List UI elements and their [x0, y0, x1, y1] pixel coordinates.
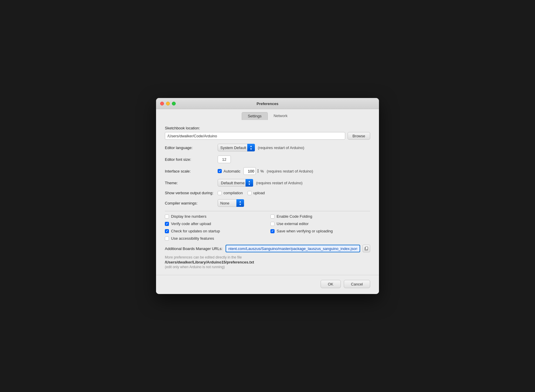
upload-label: upload — [253, 191, 265, 195]
use-accessibility-checkbox[interactable] — [165, 236, 169, 241]
percent-symbol: % — [260, 169, 264, 173]
theme-row: Theme: Default theme ▲▼ (requires restar… — [165, 179, 370, 187]
check-for-updates-item: Check for updates on startup — [165, 229, 265, 233]
svg-rect-1 — [365, 247, 368, 249]
sketchbook-section: Sketchbook location: Browse — [165, 126, 370, 140]
compilation-checkbox[interactable] — [218, 191, 222, 195]
minimize-button[interactable] — [166, 102, 170, 105]
editor-font-size-label: Editor font size: — [165, 157, 218, 162]
percent-input[interactable] — [243, 167, 256, 175]
compilation-wrapper: compilation — [218, 191, 243, 195]
editor-language-row: Editor language: System Default ▲▼ (requ… — [165, 144, 370, 151]
browse-button[interactable]: Browse — [348, 132, 370, 140]
tab-network[interactable]: Network — [268, 112, 294, 120]
editor-language-note: (requires restart of Arduino) — [258, 146, 304, 150]
additional-boards-row: Additional Boards Manager URLs: — [165, 245, 370, 252]
display-line-numbers-item: Display line numbers — [165, 214, 265, 219]
copy-icon — [364, 246, 368, 251]
use-external-editor-checkbox[interactable] — [270, 222, 275, 226]
editor-font-size-row: Editor font size: — [165, 156, 370, 163]
button-row: OK Cancel — [156, 275, 379, 294]
editor-language-select[interactable]: System Default — [218, 144, 255, 151]
check-for-updates-label: Check for updates on startup — [171, 229, 220, 233]
verify-code-after-upload-checkbox[interactable] — [165, 222, 169, 226]
checkboxes-grid: Display line numbers Enable Code Folding… — [165, 214, 370, 241]
automatic-checkbox[interactable] — [218, 169, 222, 173]
upload-checkbox[interactable] — [248, 191, 252, 195]
theme-note: (requires restart of Arduino) — [256, 181, 302, 185]
use-external-editor-item: Use external editor — [270, 222, 370, 226]
verbose-output-row: Show verbose output during: compilation … — [165, 191, 370, 195]
automatic-label: Automatic — [224, 169, 241, 173]
interface-scale-label: Interface scale: — [165, 169, 218, 173]
compilation-label: compilation — [224, 191, 243, 195]
stepper-arrows-icon[interactable]: ▲▼ — [257, 169, 259, 173]
title-bar: Preferences — [156, 98, 379, 109]
compiler-warnings-row: Compiler warnings: None ▲▼ — [165, 199, 370, 207]
maximize-button[interactable] — [172, 102, 176, 105]
save-when-verifying-label: Save when verifying or uploading — [277, 229, 333, 233]
interface-scale-note: (requires restart of Arduino) — [267, 169, 313, 173]
pref-file-path: /Users/dwalker/Library/Arduino15/prefere… — [165, 260, 370, 264]
percent-stepper: ▲▼ % — [243, 167, 264, 175]
verbose-output-label: Show verbose output during: — [165, 191, 218, 195]
save-when-verifying-item: Save when verifying or uploading — [270, 229, 370, 233]
enable-code-folding-item: Enable Code Folding — [270, 214, 370, 219]
theme-select[interactable]: Default theme — [218, 179, 253, 187]
editor-font-size-input[interactable] — [218, 156, 231, 163]
preferences-window: Preferences Settings Network Sketchbook … — [156, 98, 379, 294]
traffic-lights — [160, 102, 176, 105]
display-line-numbers-label: Display line numbers — [171, 214, 206, 219]
compiler-warnings-select-wrapper: None ▲▼ — [218, 199, 244, 207]
pref-file-warning: (edit only when Arduino is not running) — [165, 265, 370, 269]
window-title: Preferences — [257, 102, 278, 106]
upload-wrapper: upload — [248, 191, 265, 195]
copy-icon-button[interactable] — [363, 245, 370, 252]
sketchbook-input-row: Browse — [165, 132, 370, 140]
editor-language-label: Editor language: — [165, 146, 218, 150]
additional-boards-label: Additional Boards Manager URLs: — [165, 246, 223, 251]
divider — [165, 211, 370, 211]
cancel-button[interactable]: Cancel — [344, 280, 370, 288]
verify-code-after-upload-item: Verify code after upload — [165, 222, 265, 226]
use-accessibility-item: Use accessibility features — [165, 236, 265, 241]
ok-button[interactable]: OK — [321, 280, 341, 288]
display-line-numbers-checkbox[interactable] — [165, 214, 169, 219]
pref-file-section: More preferences can be edited directly … — [165, 255, 370, 269]
interface-scale-row: Interface scale: Automatic ▲▼ % (require… — [165, 167, 370, 175]
theme-select-wrapper: Default theme ▲▼ — [218, 179, 253, 187]
enable-code-folding-label: Enable Code Folding — [277, 214, 312, 219]
theme-label: Theme: — [165, 181, 218, 185]
sketchbook-input[interactable] — [165, 132, 345, 140]
check-for-updates-checkbox[interactable] — [165, 229, 169, 233]
compiler-warnings-label: Compiler warnings: — [165, 201, 218, 205]
editor-language-select-wrapper: System Default ▲▼ — [218, 144, 255, 151]
verify-code-after-upload-label: Verify code after upload — [171, 222, 211, 226]
additional-boards-input[interactable] — [226, 245, 360, 252]
pref-file-note: More preferences can be edited directly … — [165, 255, 370, 259]
enable-code-folding-checkbox[interactable] — [270, 214, 275, 219]
compiler-warnings-select[interactable]: None — [218, 199, 244, 207]
sketchbook-label: Sketchbook location: — [165, 126, 370, 130]
settings-content: Sketchbook location: Browse Editor langu… — [156, 120, 379, 275]
tab-settings[interactable]: Settings — [242, 112, 268, 120]
use-external-editor-label: Use external editor — [277, 222, 309, 226]
close-button[interactable] — [160, 102, 164, 105]
tab-bar: Settings Network — [156, 109, 379, 120]
save-when-verifying-checkbox[interactable] — [270, 229, 275, 233]
interface-scale-auto-wrapper: Automatic — [218, 169, 241, 173]
use-accessibility-label: Use accessibility features — [171, 236, 214, 241]
